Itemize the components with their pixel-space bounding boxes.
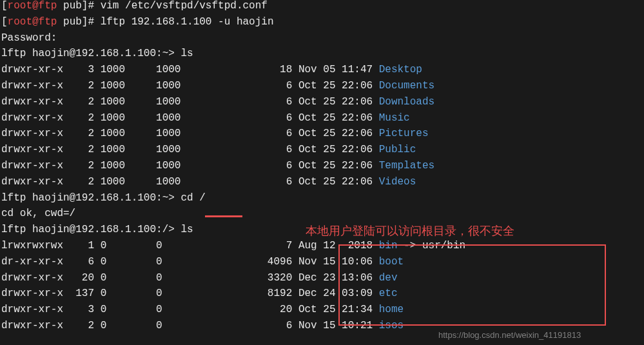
terminal-line: Password: xyxy=(1,30,643,46)
terminal-line: drwxr-xr-x 20 0 0 3320 Dec 23 13:06 dev xyxy=(1,270,643,286)
terminal-line: lftp haojin@192.168.1.100:~> cd / xyxy=(1,190,643,206)
terminal-line: drwxr-xr-x 3 0 0 20 Oct 25 21:34 home xyxy=(1,302,643,318)
terminal-line: drwxr-xr-x 2 1000 1000 6 Oct 25 22:06 Do… xyxy=(1,78,643,94)
terminal-line: dr-xr-xr-x 6 0 0 4096 Nov 15 10:06 boot xyxy=(1,254,643,270)
watermark: https://blog.csdn.net/weixin_41191813 xyxy=(438,329,581,342)
terminal-line: [root@ftp pub]# vim /etc/vsftpd/vsftpd.c… xyxy=(1,0,643,14)
terminal-line: drwxr-xr-x 2 1000 1000 6 Oct 25 22:06 Mu… xyxy=(1,110,643,126)
terminal-line: drwxr-xr-x 3 1000 1000 18 Nov 05 11:47 D… xyxy=(1,62,643,78)
terminal-line: drwxr-xr-x 2 1000 1000 6 Oct 25 22:06 Pu… xyxy=(1,142,643,158)
terminal-line: drwxr-xr-x 2 1000 1000 6 Oct 25 22:06 Pi… xyxy=(1,126,643,142)
terminal-line: cd ok, cwd=/ xyxy=(1,206,643,222)
terminal-line: drwxr-xr-x 2 1000 1000 6 Oct 25 22:06 Vi… xyxy=(1,174,643,190)
terminal-line: lftp haojin@192.168.1.100:~> ls xyxy=(1,46,643,62)
annotation-text: 本地用户登陆可以访问根目录，很不安全 xyxy=(306,222,514,241)
terminal-line: [root@ftp pub]# lftp 192.168.1.100 -u ha… xyxy=(1,14,643,30)
terminal-output: [root@ftp pub]# vim /etc/vsftpd/vsftpd.c… xyxy=(1,0,643,334)
terminal-line: drwxr-xr-x 2 1000 1000 6 Oct 25 22:06 Te… xyxy=(1,158,643,174)
terminal-line: drwxr-xr-x 137 0 0 8192 Dec 24 03:09 etc xyxy=(1,286,643,302)
terminal-line: drwxr-xr-x 2 1000 1000 6 Oct 25 22:06 Do… xyxy=(1,94,643,110)
